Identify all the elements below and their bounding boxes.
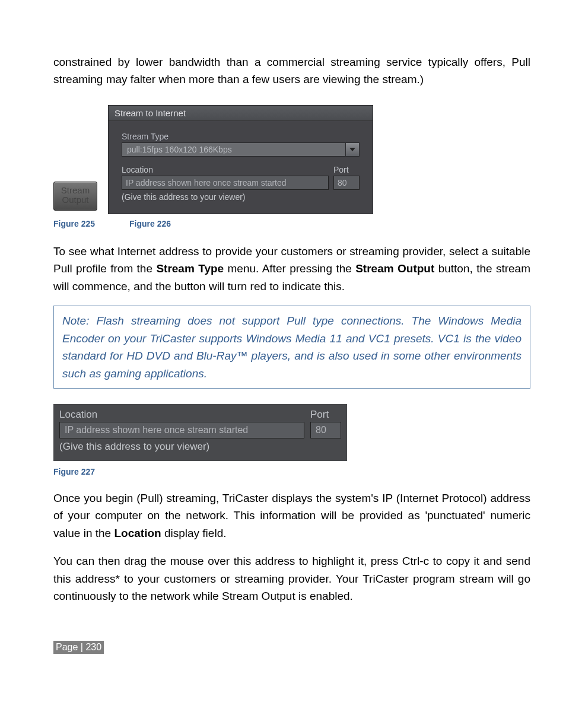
panel-titlebar: Stream to Internet	[109, 106, 373, 121]
chevron-down-icon[interactable]	[345, 142, 360, 157]
location-label: Location	[122, 165, 329, 174]
stream-output-button[interactable]: Stream Output	[53, 182, 97, 211]
port-field-227[interactable]: 80	[310, 422, 341, 438]
paragraph-drag-copy: You can then drag the mouse over this ad…	[53, 552, 530, 605]
port-label-227: Port	[310, 409, 341, 421]
location-field-227[interactable]: IP address shown here once stream starte…	[59, 422, 304, 438]
para3-bold: Location	[114, 527, 161, 539]
port-field[interactable]: 80	[333, 176, 360, 190]
location-hint-227: (Give this address to your viewer)	[59, 441, 304, 453]
stream-output-line1: Stream	[54, 186, 97, 196]
para3-post: display field.	[161, 527, 227, 539]
intro-paragraph: constrained by lower bandwidth than a co…	[53, 53, 530, 88]
location-field[interactable]: IP address shown here once stream starte…	[122, 176, 329, 190]
paragraph-location: Once you begin (Pull) streaming, TriCast…	[53, 489, 530, 542]
figure-225-caption: Figure 225	[53, 219, 95, 228]
stream-type-value: pull:15fps 160x120 166Kbps	[122, 142, 345, 157]
stream-type-dropdown[interactable]: pull:15fps 160x120 166Kbps	[122, 142, 360, 157]
caption-row-225-226: Figure 225 Figure 226	[53, 219, 530, 228]
figure-226-caption: Figure 226	[129, 219, 171, 228]
stream-output-line2: Output	[54, 195, 97, 205]
figure-227-panel: Location IP address shown here once stre…	[53, 404, 347, 461]
page-number-badge: Page | 230	[53, 641, 104, 654]
figure-225-226-row: Stream Output Stream to Internet Stream …	[53, 105, 530, 214]
stream-to-internet-panel: Stream to Internet Stream Type pull:15fp…	[108, 105, 373, 214]
para2-mid: menu. After pressing the	[224, 262, 355, 275]
stream-type-label: Stream Type	[122, 132, 360, 141]
port-label: Port	[333, 165, 360, 174]
note-box: Note: Flash streaming does not support P…	[53, 306, 530, 389]
page-footer: Page | 230	[53, 641, 530, 654]
svg-marker-0	[349, 148, 355, 151]
paragraph-stream-type: To see what Internet address to provide …	[53, 243, 530, 295]
para2-bold2: Stream Output	[355, 262, 434, 275]
stream-output-button-column: Stream Output	[53, 182, 97, 214]
location-hint: (Give this address to your viewer)	[122, 192, 329, 202]
figure-227-caption: Figure 227	[53, 467, 530, 476]
para2-bold1: Stream Type	[156, 262, 224, 275]
location-label-227: Location	[59, 409, 304, 421]
